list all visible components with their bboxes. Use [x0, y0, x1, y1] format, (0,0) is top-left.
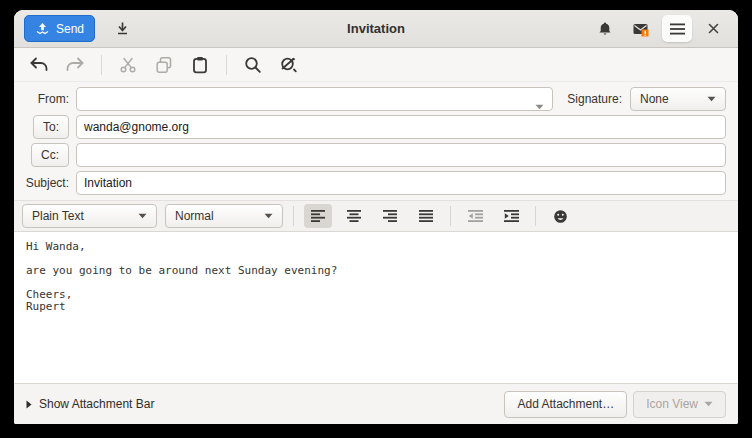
to-input[interactable] [76, 115, 726, 139]
chevron-down-icon [704, 401, 713, 407]
to-button-cell: To: [14, 115, 76, 139]
emoji-button[interactable] [546, 204, 574, 228]
to-row: To: [14, 113, 732, 141]
desktop-background: Invitation Send [0, 0, 752, 438]
outdent-button[interactable] [461, 204, 489, 228]
emoji-icon [553, 209, 568, 224]
signature-label: Signature: [567, 92, 622, 106]
align-right-button[interactable] [376, 204, 404, 228]
editing-mode-value: Plain Text [32, 209, 84, 223]
paste-icon [192, 56, 208, 74]
align-left-button[interactable] [304, 204, 332, 228]
chevron-down-icon [707, 96, 716, 102]
paste-button[interactable] [187, 52, 213, 78]
message-body-editor[interactable]: Hi Wanda, are you going to be around nex… [14, 232, 738, 383]
cc-row: Cc: [14, 141, 732, 169]
cut-icon [119, 56, 137, 74]
align-left-icon [311, 210, 325, 222]
subject-row: Subject: [14, 169, 732, 197]
mail-security-button[interactable] [626, 15, 656, 42]
from-combobox[interactable] [76, 87, 553, 111]
menu-button[interactable] [662, 15, 692, 42]
notifications-button[interactable] [590, 15, 620, 42]
paragraph-style-dropdown[interactable]: Normal [165, 204, 283, 228]
cc-button-cell: Cc: [14, 143, 76, 167]
redo-button[interactable] [62, 52, 88, 78]
save-draft-button[interactable] [107, 15, 137, 42]
subject-input[interactable] [76, 171, 726, 195]
find-replace-button[interactable] [276, 52, 302, 78]
expander-triangle-icon [26, 400, 32, 409]
signature-dropdown[interactable]: None [630, 87, 726, 111]
attachment-view-dropdown[interactable]: Icon View [633, 391, 726, 418]
undo-icon [29, 57, 49, 73]
indent-button[interactable] [497, 204, 525, 228]
indent-icon [504, 210, 519, 222]
from-input[interactable] [76, 87, 553, 111]
send-button[interactable]: Send [24, 15, 95, 42]
format-separator [293, 206, 294, 226]
justify-icon [419, 210, 433, 222]
signature-value: None [640, 92, 669, 106]
mail-warning-icon [632, 21, 650, 37]
toolbar-separator [226, 55, 227, 75]
justify-button[interactable] [412, 204, 440, 228]
cc-button[interactable]: Cc: [31, 143, 69, 167]
search-button[interactable] [240, 52, 266, 78]
attachment-expander-label: Show Attachment Bar [39, 397, 154, 411]
attachment-actions: Add Attachment… Icon View [504, 391, 726, 418]
format-separator [450, 206, 451, 226]
cut-button[interactable] [115, 52, 141, 78]
paragraph-style-value: Normal [175, 209, 214, 223]
headerbar: Invitation Send [14, 10, 738, 48]
to-button[interactable]: To: [33, 115, 69, 139]
cc-input[interactable] [76, 143, 726, 167]
toolbar-separator [101, 55, 102, 75]
undo-button[interactable] [26, 52, 52, 78]
composer-window: Invitation Send [14, 10, 738, 424]
chevron-down-icon [138, 213, 147, 219]
copy-icon [155, 56, 173, 74]
format-toolbar: Plain Text Normal [14, 200, 738, 232]
copy-button[interactable] [151, 52, 177, 78]
find-replace-icon [279, 56, 299, 74]
edit-toolbar [14, 48, 738, 82]
hamburger-icon [670, 23, 685, 35]
close-icon [708, 23, 719, 34]
attachment-bar: Show Attachment Bar Add Attachment… Icon… [14, 383, 738, 424]
attachment-view-label: Icon View [646, 397, 698, 411]
bell-icon [597, 21, 613, 37]
envelope-fields: From: Signature: None To: [14, 82, 738, 200]
align-right-icon [383, 210, 397, 222]
editing-mode-dropdown[interactable]: Plain Text [22, 204, 157, 228]
from-label: From: [14, 92, 76, 106]
save-draft-icon [115, 21, 130, 36]
close-button[interactable] [698, 15, 728, 42]
redo-icon [65, 57, 85, 73]
format-separator [535, 206, 536, 226]
send-button-label: Send [56, 22, 84, 36]
subject-label: Subject: [14, 176, 76, 190]
align-center-button[interactable] [340, 204, 368, 228]
search-icon [244, 56, 262, 74]
send-icon [35, 22, 50, 35]
align-center-icon [347, 210, 361, 222]
chevron-down-icon [264, 213, 273, 219]
outdent-icon [468, 210, 483, 222]
add-attachment-button[interactable]: Add Attachment… [504, 391, 627, 418]
from-row: From: Signature: None [14, 85, 732, 113]
attachment-expander[interactable]: Show Attachment Bar [26, 397, 154, 411]
